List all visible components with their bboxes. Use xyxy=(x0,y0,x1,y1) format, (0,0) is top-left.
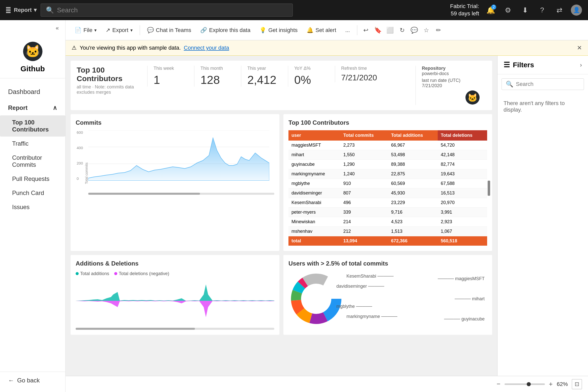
teams-icon: 💬 xyxy=(147,27,154,34)
donut-labels: KesemSharabi ───── davidiseminger ───── … xyxy=(344,271,487,326)
bookmark-button[interactable]: 🔖 xyxy=(372,25,384,36)
sidebar-item-traffic[interactable]: Traffic xyxy=(0,137,65,151)
sidebar-collapse-button[interactable]: « xyxy=(52,23,62,33)
table-row: maggiesMSFT2,27366,96754,720 xyxy=(288,141,487,150)
filters-search-bar[interactable]: 🔍 xyxy=(502,78,584,90)
search-icon: 🔍 xyxy=(46,6,54,14)
col-user: user xyxy=(288,130,340,141)
table-row: mgblythe91060,56967,588 xyxy=(288,179,487,188)
chart-scrollbar[interactable] xyxy=(88,193,274,195)
sidebar-item-dashboard[interactable]: Dashboard xyxy=(0,83,65,100)
page-title: Top 100 Contributors xyxy=(77,66,147,83)
settings-icon[interactable]: ⚙ xyxy=(502,5,513,16)
main-layout: « 🐱 Github Dashboard Report ∧ Top 100 Co… xyxy=(0,20,588,392)
sidebar-section-report[interactable]: Report ∧ xyxy=(0,100,65,115)
additions-deletions-card: Additions & Deletions Total additions To… xyxy=(71,255,279,335)
zoom-level: 62% xyxy=(557,381,568,387)
share-icon[interactable]: ⇄ xyxy=(554,5,565,16)
filters-search-input[interactable] xyxy=(516,81,585,87)
table-row: mshenhav2121,5131,067 xyxy=(288,227,487,236)
set-alert-button[interactable]: 🔔 Set alert xyxy=(303,25,340,36)
warning-icon: ⚠ xyxy=(72,45,77,51)
zoom-minus-button[interactable]: − xyxy=(497,380,501,388)
explore-icon: 🔗 xyxy=(200,27,207,34)
export-chevron-icon: ▾ xyxy=(130,27,133,33)
go-back-icon: ← xyxy=(8,377,14,384)
sidebar-item-issues[interactable]: Issues xyxy=(0,200,65,214)
col-total-additions: Total additions xyxy=(388,130,438,141)
undo-button[interactable]: ↩ xyxy=(360,25,371,36)
filters-search-icon: 🔍 xyxy=(506,81,513,88)
app-grid-icon[interactable] xyxy=(6,7,10,13)
col-total-deletions: Total deletions xyxy=(438,130,487,141)
favorite-button[interactable]: ☆ xyxy=(421,25,432,36)
table-total-row: total13,094672,366560,518 xyxy=(288,236,487,246)
stats-columns: This week 1 This month 128 This year 2,4… xyxy=(147,66,335,87)
chat-in-teams-button[interactable]: 💬 Chat in Teams xyxy=(143,25,195,36)
report-area: Top 100 Contributors all time · Note: co… xyxy=(66,56,588,376)
zoom-slider[interactable] xyxy=(505,383,545,385)
additions-scrollbar[interactable] xyxy=(76,328,274,330)
filters-empty-message: There aren't any filters to display. xyxy=(497,94,588,119)
export-icon: ↗ xyxy=(106,27,110,34)
topbar: Report ▾ 🔍 Search Fabric Trial: 59 days … xyxy=(0,0,588,20)
get-insights-button[interactable]: 💡 Get insights xyxy=(255,25,302,36)
toolbar: 📄 File ▾ ↗ Export ▾ 💬 Chat in Teams 🔗 Ex… xyxy=(66,20,588,40)
fabric-trial-info: Fabric Trial: 59 days left xyxy=(450,3,479,17)
notification-badge: 2 xyxy=(491,5,496,10)
banner-close-button[interactable]: ✕ xyxy=(577,44,582,51)
stat-repo: Repository powerbi-docs last run date (U… xyxy=(416,66,486,105)
svg-point-17 xyxy=(302,285,330,313)
svg-text:🐱: 🐱 xyxy=(467,93,478,103)
notifications-icon[interactable]: 🔔 2 xyxy=(485,5,496,16)
filters-panel: ☰ Filters › 🔍 There aren't any filters t… xyxy=(497,56,588,376)
explore-data-button[interactable]: 🔗 Explore this data xyxy=(196,25,254,36)
top-search-bar[interactable]: 🔍 Search xyxy=(41,4,293,17)
app-name[interactable]: Report ▾ xyxy=(14,7,37,13)
top100-table-card: Top 100 Contributors user Total commits … xyxy=(283,114,492,251)
download-icon[interactable]: ⬇ xyxy=(519,5,531,16)
commits-svg-chart xyxy=(88,130,269,181)
comment-button[interactable]: 💬 xyxy=(409,25,420,36)
toolbar-divider-1 xyxy=(140,25,140,35)
sidebar-item-pull-requests[interactable]: Pull Requests xyxy=(0,172,65,186)
file-icon: 📄 xyxy=(75,27,81,34)
connect-data-link[interactable]: Connect your data xyxy=(184,45,229,51)
sidebar-item-contributor-commits[interactable]: Contributor Commits xyxy=(0,151,65,172)
help-icon[interactable]: ? xyxy=(537,5,548,16)
edit-button[interactable]: ✏ xyxy=(433,25,444,36)
refresh-button[interactable]: ↻ xyxy=(397,25,408,36)
view-button[interactable]: ⬜ xyxy=(385,25,396,36)
file-chevron-icon: ▾ xyxy=(94,27,97,33)
stats-subtitle: all time · Note: commits data excludes m… xyxy=(77,84,147,95)
table-row: guyinacube1,29089,38882,774 xyxy=(288,160,487,169)
contributors-table: user Total commits Total additions Total… xyxy=(288,130,487,246)
file-button[interactable]: 📄 File ▾ xyxy=(71,25,101,36)
more-button[interactable]: ... xyxy=(341,25,354,36)
table-row: Minewiskan2144,5232,923 xyxy=(288,217,487,227)
filter-icon: ☰ xyxy=(504,61,510,69)
sidebar-app-name: Github xyxy=(20,64,45,73)
charts-grid: Commits Total commits xyxy=(71,114,492,335)
sidebar-item-punch-card[interactable]: Punch Card xyxy=(0,186,65,200)
report-main: Top 100 Contributors all time · Note: co… xyxy=(66,56,497,376)
chevron-down-icon: ▾ xyxy=(34,7,37,13)
table-scrollbar[interactable] xyxy=(488,181,490,196)
sidebar-item-top-100[interactable]: Top 100 Contributors xyxy=(0,115,65,137)
zoom-slider-thumb[interactable] xyxy=(527,382,531,386)
zoom-plus-button[interactable]: + xyxy=(549,380,553,388)
avatar[interactable]: 👤 xyxy=(571,5,582,16)
toolbar-right-actions: ↩ 🔖 ⬜ ↻ 💬 ☆ ✏ xyxy=(360,25,444,36)
filters-collapse-button[interactable]: › xyxy=(580,61,582,69)
stats-header: Top 100 Contributors all time · Note: co… xyxy=(71,61,492,110)
github-logo-icon: 🐱 xyxy=(23,41,43,61)
banner-text: You're viewing this app with sample data… xyxy=(80,45,181,51)
sidebar-go-back[interactable]: ← Go back xyxy=(0,372,65,392)
sidebar: « 🐱 Github Dashboard Report ∧ Top 100 Co… xyxy=(0,20,66,392)
commits-chart-title: Commits xyxy=(76,119,274,126)
fit-to-screen-button[interactable]: ⊡ xyxy=(572,379,582,389)
commits-chart-card: Commits Total commits xyxy=(71,114,279,251)
export-button[interactable]: ↗ Export ▾ xyxy=(102,25,137,36)
sidebar-logo-area: 🐱 Github xyxy=(0,33,65,78)
content-area: 📄 File ▾ ↗ Export ▾ 💬 Chat in Teams 🔗 Ex… xyxy=(66,20,588,392)
